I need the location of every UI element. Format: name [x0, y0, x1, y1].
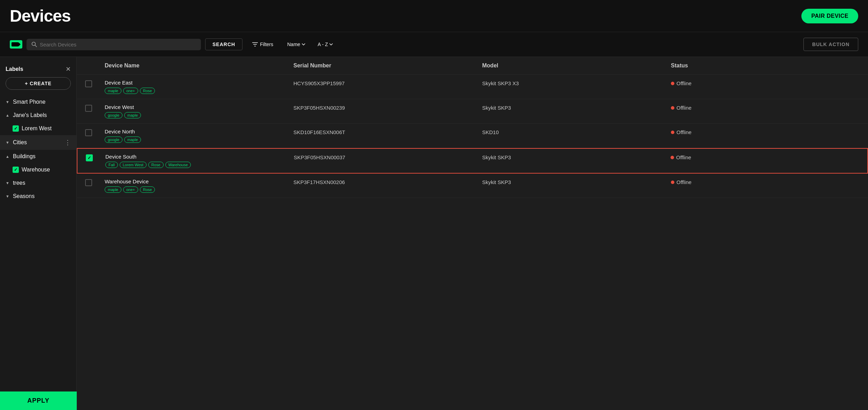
row-checkbox[interactable]: ✓ [86, 154, 93, 161]
col-status: Status [671, 63, 860, 69]
chevron-icon: ▼ [6, 181, 9, 185]
model: Skykit SKP3 [482, 104, 671, 111]
sidebar-item-lorem-west[interactable]: ✓ Lorem West [0, 122, 76, 135]
row-checkbox-cell [85, 178, 105, 186]
sort-order-label: A - Z [318, 42, 328, 47]
row-checkbox[interactable] [85, 179, 92, 186]
sidebar-item-janes-labels[interactable]: ▲ Jane's Labels [0, 109, 76, 122]
bulk-action-button[interactable]: BULK ACTION [803, 38, 858, 51]
table-row: Device Eastmapleone+RoseHCYS905X3PP15997… [77, 75, 868, 99]
checkmark-icon: ✓ [14, 167, 17, 172]
svg-rect-0 [12, 42, 18, 46]
col-model: Model [482, 63, 671, 69]
sidebar-item-trees[interactable]: ▼ trees [0, 176, 76, 190]
create-label-button[interactable]: + CREATE [6, 77, 71, 90]
serial-number: HCYS905X3PP15997 [293, 80, 482, 86]
device-tags: FallLorem WestRoseWarehouse [105, 162, 294, 168]
model: Skykit SKP3 [482, 154, 671, 160]
filters-button[interactable]: Filters [247, 39, 279, 50]
filters-label: Filters [260, 42, 273, 47]
status-text: Offline [676, 154, 691, 160]
device-name: Device East [105, 80, 293, 86]
sort-order-button[interactable]: A - Z [314, 39, 337, 50]
table-row: Warehouse Devicemapleone+RoseSKP3F17HSXN… [77, 174, 868, 198]
chevron-icon: ▼ [6, 194, 9, 198]
row-checkbox[interactable] [85, 80, 92, 87]
sidebar-item-label: Lorem West [22, 125, 52, 132]
sidebar-header: Labels ✕ [0, 63, 76, 77]
tag: maple [124, 137, 141, 143]
sidebar-item-label: Cities [13, 139, 27, 146]
close-labels-button[interactable]: ✕ [66, 65, 71, 73]
tag: google [105, 137, 122, 143]
row-checkbox-cell [85, 104, 105, 112]
device-name: Device West [105, 104, 293, 110]
status-cell: Offline [671, 178, 860, 185]
table-row: ✓Device SouthFallLorem WestRoseWarehouse… [77, 148, 868, 174]
device-info-cell: Warehouse Devicemapleone+Rose [105, 178, 293, 193]
main-layout: Labels ✕ + CREATE ▼ Smart Phone ▲ Jane's… [0, 57, 868, 410]
status-cell: Offline [671, 129, 860, 135]
checkbox-warehouse: ✓ [13, 167, 19, 173]
chevron-icon: ▲ [6, 113, 9, 117]
table-row: Device NorthgooglemapleSKD10F16ESXN006TS… [77, 124, 868, 148]
device-name: Device North [105, 129, 293, 134]
sidebar-item-buildings[interactable]: ▲ Buildings [0, 150, 76, 163]
search-icon [31, 42, 37, 47]
page-title: Devices [10, 6, 70, 25]
tag: Fall [105, 162, 118, 168]
serial-number: SKD10F16ESXN006T [293, 129, 482, 135]
tag: Rose [148, 162, 164, 168]
table-header: Device Name Serial Number Model Status [77, 57, 868, 75]
row-checkbox[interactable] [85, 129, 92, 136]
filter-icon [252, 42, 258, 47]
svg-marker-1 [18, 42, 21, 46]
sidebar-item-smart-phone[interactable]: ▼ Smart Phone [0, 95, 76, 109]
model: Skykit SKP3 [482, 178, 671, 185]
device-name: Device South [105, 154, 294, 160]
table-body: Device Eastmapleone+RoseHCYS905X3PP15997… [77, 75, 868, 198]
svg-line-3 [35, 45, 37, 47]
tag: Warehouse [165, 162, 191, 168]
checkmark-icon: ✓ [14, 126, 17, 131]
apply-button[interactable]: APPLY [0, 391, 77, 410]
model: Skykit SKP3 X3 [482, 80, 671, 86]
sidebar: Labels ✕ + CREATE ▼ Smart Phone ▲ Jane's… [0, 57, 77, 410]
sidebar-item-cities[interactable]: ▼ Cities ⋮ [0, 135, 76, 150]
status-dot [671, 82, 674, 85]
status-dot [671, 181, 674, 184]
row-checkbox-cell: ✓ [86, 154, 105, 161]
search-input[interactable] [40, 42, 196, 47]
chevron-down-icon [302, 43, 305, 45]
page-header: Devices PAIR DEVICE [0, 0, 868, 32]
sort-name-label: Name [287, 42, 300, 47]
row-checkbox-cell [85, 129, 105, 136]
search-button[interactable]: SEARCH [205, 38, 242, 50]
status-cell: Offline [671, 80, 860, 86]
tag: one+ [123, 186, 138, 193]
sidebar-item-label: Warehouse [22, 167, 50, 173]
sidebar-item-label: Buildings [13, 153, 36, 160]
sidebar-item-warehouse[interactable]: ✓ Warehouse [0, 163, 76, 176]
search-row: SEARCH Filters Name A - Z BULK ACTION [0, 32, 868, 57]
pair-device-button[interactable]: PAIR DEVICE [801, 9, 858, 23]
sort-name-button[interactable]: Name [283, 39, 309, 50]
serial-number: SKP3F17HSXN00206 [293, 178, 482, 185]
chevron-down-icon-2 [329, 43, 333, 45]
status-dot [671, 131, 674, 134]
row-checkbox[interactable] [85, 105, 92, 112]
device-info-cell: Device SouthFallLorem WestRoseWarehouse [105, 154, 294, 168]
select-all-cell [85, 63, 105, 69]
tag: google [105, 112, 122, 118]
status-dot [671, 106, 674, 110]
device-info-cell: Device Eastmapleone+Rose [105, 80, 293, 94]
chevron-icon: ▼ [6, 140, 9, 145]
status-cell: Offline [671, 154, 859, 160]
label-icon [10, 40, 22, 49]
sidebar-item-label: Smart Phone [13, 99, 45, 105]
device-tags: mapleone+Rose [105, 88, 293, 94]
row-checkbox-cell [85, 80, 105, 87]
chevron-icon: ▼ [6, 100, 9, 104]
sidebar-item-seasons[interactable]: ▼ Seasons [0, 190, 76, 203]
more-options-icon[interactable]: ⋮ [65, 139, 71, 146]
